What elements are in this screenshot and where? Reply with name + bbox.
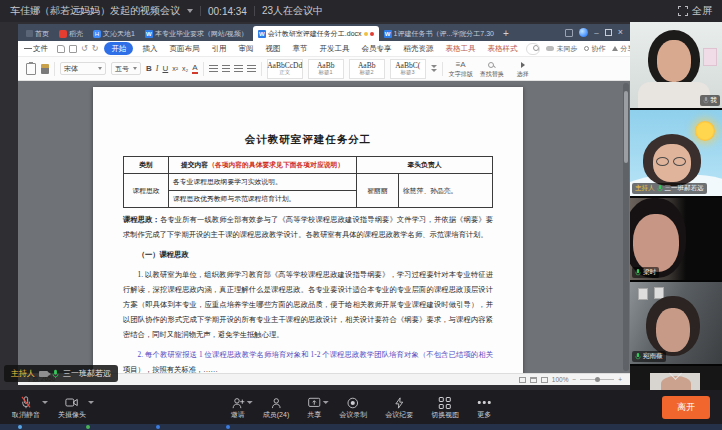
cell-item2: 课程思政优秀教师与示范课程培育计划。 <box>169 191 357 208</box>
collaborate-button[interactable]: 协作 <box>584 44 605 54</box>
switch-view-button[interactable]: 切换视图 <box>431 396 459 418</box>
redo-icon[interactable] <box>92 44 99 53</box>
account-avatar[interactable] <box>579 28 588 37</box>
style-heading2[interactable]: AaBb标题2 <box>349 59 385 79</box>
underline-icon[interactable]: U <box>162 64 168 73</box>
select-tool[interactable]: 选择 <box>510 61 536 77</box>
leave-meeting-button[interactable]: 离开 <box>662 396 710 419</box>
justify-icon[interactable] <box>247 65 256 72</box>
chevron-down-icon[interactable] <box>247 401 253 404</box>
video-tile-self[interactable]: 我 <box>630 22 722 108</box>
members-button[interactable]: 成员(24) <box>263 396 289 418</box>
menu-dev-tools[interactable]: 开发工具 <box>316 43 352 55</box>
menu-docer-resources[interactable]: 稻壳资源 <box>400 43 436 55</box>
style-normal[interactable]: AaBbCcDd正文 <box>267 59 303 79</box>
close-button[interactable] <box>618 28 623 37</box>
menu-table-style[interactable]: 表格样式 <box>484 43 520 55</box>
style-heading1[interactable]: AaBb标题1 <box>308 59 344 79</box>
minimize-button[interactable] <box>594 29 598 37</box>
find-replace-tool[interactable]: 查找替换 <box>479 61 505 77</box>
menu-file[interactable]: 文件 <box>30 43 51 55</box>
intro-paragraph: 课程思政：各专业所有一线教师全部有效参与了《高等学校课程思政建设指导纲要》文件学… <box>123 213 493 243</box>
undo-icon[interactable] <box>81 44 88 53</box>
chevron-down-icon[interactable] <box>323 401 329 404</box>
chevron-down-icon[interactable] <box>42 401 48 404</box>
unmute-button[interactable]: 取消静音 <box>12 396 40 418</box>
sync-status[interactable]: 未同步 <box>546 44 577 54</box>
text-layout-tool[interactable]: ≡A文字排版 <box>448 61 474 77</box>
font-style-group: B I U A <box>146 64 198 74</box>
maximize-button[interactable] <box>605 29 612 36</box>
tab-home[interactable]: 首页 <box>21 26 54 41</box>
invite-button[interactable]: 邀请 <box>231 396 245 418</box>
vertical-scrollbar[interactable] <box>623 83 629 371</box>
font-size-select[interactable]: 五号 <box>111 62 141 75</box>
superscript-icon[interactable] <box>172 65 178 72</box>
bold-icon[interactable]: B <box>146 64 152 73</box>
font-color-icon[interactable]: A <box>192 64 197 74</box>
mic-icon <box>635 352 641 361</box>
menu-section[interactable]: 章节 <box>289 43 310 55</box>
align-center-icon[interactable] <box>222 65 230 72</box>
tab-doc-2[interactable]: 本专业毕业要求（网站/视频） <box>140 26 253 41</box>
camera-off-button[interactable]: 关摄像头 <box>58 396 86 418</box>
outline-view-icon[interactable] <box>541 377 548 383</box>
record-button[interactable]: 会议录制 <box>339 396 367 418</box>
cloud-icon <box>546 46 554 51</box>
align-left-icon[interactable] <box>209 65 218 72</box>
menu-references[interactable]: 引用 <box>208 43 229 55</box>
font-family-select[interactable]: 宋体 <box>60 62 106 75</box>
taskbar-icon[interactable] <box>86 425 90 429</box>
video-tile-5-partial[interactable] <box>630 366 722 390</box>
view-mode-icon[interactable] <box>519 377 526 383</box>
tab-doc-3[interactable]: 1评建任务书（评...学院分工7.30 <box>379 26 499 41</box>
video-tile-host[interactable]: 主持人 三一班郝若远 <box>630 110 722 196</box>
zoom-out-button[interactable] <box>572 376 576 383</box>
print-icon[interactable] <box>69 45 77 53</box>
tab-doc-1[interactable]: 文沁天地1 <box>88 26 140 41</box>
title-caret-icon[interactable] <box>187 9 193 13</box>
page-view-icon[interactable] <box>530 377 537 383</box>
align-right-icon[interactable] <box>234 65 243 72</box>
scrollbar-thumb[interactable] <box>624 91 628 163</box>
modified-dot-icon <box>364 32 368 36</box>
subscript-icon[interactable] <box>182 65 188 72</box>
more-dots-icon <box>478 396 491 409</box>
menu-member[interactable]: 会员专享 <box>358 43 394 55</box>
more-button[interactable]: 更多 <box>477 396 491 418</box>
style-heading3[interactable]: AaBbC(标题3 <box>390 59 426 79</box>
zoom-slider[interactable] <box>580 379 614 380</box>
chevron-down-icon[interactable] <box>88 401 94 404</box>
style-gallery-arrows[interactable] <box>431 65 437 72</box>
video-tile-4[interactable]: 宛雨薇 <box>630 282 722 364</box>
document-canvas[interactable]: 会计教研室评建任务分工 类别 提交内容（各项内容的具体要求见下面各项对应说明） … <box>18 81 630 373</box>
tab-docer[interactable]: 稻壳 <box>54 26 88 41</box>
paste-icon[interactable] <box>26 63 36 75</box>
taskbar-icon[interactable] <box>226 425 230 429</box>
divider <box>442 62 443 76</box>
save-icon[interactable] <box>57 45 65 53</box>
menu-start[interactable]: 开始 <box>104 42 133 55</box>
document-page[interactable]: 会计教研室评建任务分工 类别 提交内容（各项内容的具体要求见下面各项对应说明） … <box>93 87 523 373</box>
camera-status-icon <box>39 371 48 377</box>
zoom-in-button[interactable] <box>618 376 622 383</box>
tab-doc-active[interactable]: 会计教研室评建任务分工.docx <box>253 26 379 41</box>
taskbar-icon[interactable] <box>156 425 160 429</box>
fullscreen-button[interactable]: 全屏 <box>678 4 712 18</box>
taskbar-icon[interactable] <box>18 425 22 429</box>
format-painter-icon[interactable] <box>41 64 49 74</box>
tab-list-icon[interactable] <box>565 29 573 37</box>
menu-insert[interactable]: 插入 <box>139 43 160 55</box>
menu-table-tools[interactable]: 表格工具 <box>442 43 478 55</box>
menu-review[interactable]: 审阅 <box>235 43 256 55</box>
menu-page-layout[interactable]: 页面布局 <box>166 43 202 55</box>
new-tab-button[interactable] <box>499 26 513 41</box>
menu-view[interactable]: 视图 <box>262 43 283 55</box>
share-screen-button[interactable]: 共享 <box>307 396 321 418</box>
meeting-notes-button[interactable]: 会议纪要 <box>385 396 413 418</box>
chevron-down-icon <box>133 67 137 70</box>
command-search-input[interactable]: 查找命令、搜索模板 <box>526 43 540 55</box>
video-tile-3[interactable]: 梁时 <box>630 198 722 280</box>
italic-icon[interactable]: I <box>156 64 159 73</box>
doc-icon <box>93 30 101 38</box>
